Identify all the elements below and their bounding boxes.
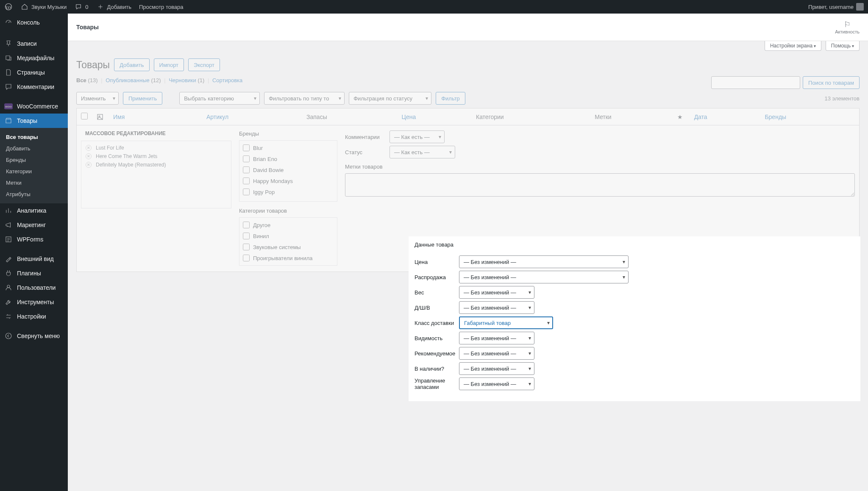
export-button[interactable]: Экспорт: [188, 58, 220, 71]
brand-option[interactable]: Iggy Pop: [243, 186, 334, 197]
sale-select[interactable]: — Без изменений —: [459, 271, 629, 283]
menu-users[interactable]: Пользователи: [0, 280, 68, 295]
col-tags: Метки: [590, 108, 673, 125]
visibility-select[interactable]: — Без изменений —: [459, 332, 534, 344]
secondary-title: Товары: [76, 24, 99, 31]
comments-link[interactable]: 0: [74, 3, 88, 11]
submenu-categories[interactable]: Категории: [0, 166, 68, 177]
brand-checkbox[interactable]: [243, 189, 250, 195]
submenu-brands[interactable]: Бренды: [0, 154, 68, 166]
menu-posts[interactable]: Записи: [0, 36, 68, 51]
category-option[interactable]: Другое: [243, 219, 334, 230]
wp-logo[interactable]: [4, 3, 13, 11]
bulk-action-select[interactable]: Изменить: [76, 92, 119, 105]
submenu-all-products[interactable]: Все товары: [0, 131, 68, 143]
menu-dashboard[interactable]: Консоль: [0, 14, 68, 31]
page-title: Товары: [76, 59, 110, 71]
menu-wpforms[interactable]: WPForms: [0, 232, 68, 247]
brand-option[interactable]: Brian Eno: [243, 153, 334, 164]
col-brands[interactable]: Бренды: [760, 108, 859, 125]
col-name[interactable]: Имя: [109, 108, 202, 125]
menu-settings[interactable]: Настройки: [0, 309, 68, 324]
add-new-link[interactable]: Добавить: [96, 3, 131, 11]
bulk-selected-item: ✕Here Come The Warm Jets: [84, 152, 228, 161]
status-select[interactable]: — Как есть —: [389, 146, 455, 158]
brands-checklist[interactable]: Blur Brian Eno David Bowie Happy Mondays…: [239, 140, 337, 202]
tags-label: Метки товаров: [345, 164, 855, 170]
brand-checkbox[interactable]: [243, 166, 250, 173]
menu-label: Настройки: [17, 313, 46, 320]
add-button[interactable]: Добавить: [114, 58, 149, 71]
site-link[interactable]: Звуки Музыки: [20, 3, 67, 11]
tags-textarea[interactable]: [345, 173, 855, 197]
menu-appearance[interactable]: Внешний вид: [0, 252, 68, 266]
remove-icon[interactable]: ✕: [86, 162, 92, 168]
import-button[interactable]: Импорт: [154, 58, 184, 71]
category-checkbox[interactable]: [243, 233, 250, 239]
col-thumb: [92, 108, 109, 125]
brand-option[interactable]: David Bowie: [243, 164, 334, 175]
menu-plugins[interactable]: Плагины: [0, 266, 68, 280]
submenu-attributes[interactable]: Атрибуты: [0, 189, 68, 200]
col-sku[interactable]: Артикул: [202, 108, 302, 125]
remove-icon[interactable]: ✕: [86, 145, 92, 151]
brand-label: Blur: [253, 145, 263, 151]
col-date[interactable]: Дата: [690, 108, 761, 125]
status-all-label[interactable]: Все: [76, 77, 86, 83]
categories-checklist[interactable]: Другое Винил Звуковые системы Проигрыват…: [239, 217, 337, 266]
activity-button[interactable]: ⚐ Активность: [835, 20, 860, 34]
category-checkbox[interactable]: [243, 222, 250, 228]
status-drafts[interactable]: Черновики: [169, 77, 196, 83]
price-select[interactable]: — Без изменений —: [459, 255, 629, 268]
menu-media[interactable]: Медиафайлы: [0, 51, 68, 65]
view-product-link[interactable]: Просмотр товара: [139, 4, 183, 10]
menu-label: Маркетинг: [17, 222, 46, 228]
apply-button[interactable]: Применить: [123, 92, 162, 105]
search-input[interactable]: [711, 76, 800, 89]
select-all-checkbox[interactable]: [81, 113, 88, 119]
search-button[interactable]: Поиск по товарам: [803, 76, 860, 89]
status-published[interactable]: Опубликованные: [106, 77, 150, 83]
brand-option[interactable]: Happy Mondays: [243, 175, 334, 186]
menu-analytics[interactable]: Аналитика: [0, 203, 68, 218]
comments-select[interactable]: — Как есть —: [389, 130, 445, 143]
submenu-tags[interactable]: Метки: [0, 177, 68, 189]
menu-marketing[interactable]: Маркетинг: [0, 218, 68, 232]
submenu-add[interactable]: Добавить: [0, 143, 68, 154]
menu-label: WooCommerce: [17, 103, 58, 110]
filter-button[interactable]: Фильтр: [436, 92, 465, 105]
manage-select[interactable]: — Без изменений —: [459, 377, 534, 390]
category-option[interactable]: Винил: [243, 230, 334, 241]
status-label: Статус: [345, 149, 385, 155]
my-account[interactable]: Привет, username: [808, 3, 864, 11]
ship-class-select[interactable]: Габаритный товар: [459, 316, 553, 329]
col-price[interactable]: Цена: [398, 108, 472, 125]
weight-select[interactable]: — Без изменений —: [459, 286, 534, 299]
menu-comments[interactable]: Комментарии: [0, 80, 68, 94]
help-tab[interactable]: Помощь: [826, 41, 860, 51]
brand-checkbox[interactable]: [243, 178, 250, 184]
menu-collapse[interactable]: Свернуть меню: [0, 329, 68, 343]
category-option[interactable]: Проигрыватели винила: [243, 252, 334, 264]
menu-woocommerce[interactable]: wooWooCommerce: [0, 99, 68, 114]
remove-icon[interactable]: ✕: [86, 153, 92, 159]
brand-option[interactable]: Blur: [243, 142, 334, 153]
menu-label: Медиафайлы: [17, 55, 54, 61]
menu-tools[interactable]: Инструменты: [0, 295, 68, 309]
items-count: 13 элементов: [824, 95, 860, 102]
brand-checkbox[interactable]: [243, 144, 250, 151]
featured-select[interactable]: — Без изменений —: [459, 347, 534, 360]
menu-products[interactable]: Товары: [0, 114, 68, 128]
status-filter-select[interactable]: Фильтрация по статусу: [349, 92, 431, 105]
lwh-select[interactable]: — Без изменений —: [459, 301, 534, 314]
brand-checkbox[interactable]: [243, 155, 250, 162]
screen-options-tab[interactable]: Настройки экрана: [765, 41, 821, 51]
category-checkbox[interactable]: [243, 255, 250, 261]
menu-pages[interactable]: Страницы: [0, 65, 68, 80]
category-option[interactable]: Звуковые системы: [243, 241, 334, 252]
category-filter[interactable]: Выбрать категорию: [179, 92, 260, 105]
instock-select[interactable]: — Без изменений —: [459, 362, 534, 375]
status-sorting[interactable]: Сортировка: [212, 77, 242, 83]
category-checkbox[interactable]: [243, 244, 250, 250]
type-filter[interactable]: Фильтровать по типу то: [264, 92, 345, 105]
